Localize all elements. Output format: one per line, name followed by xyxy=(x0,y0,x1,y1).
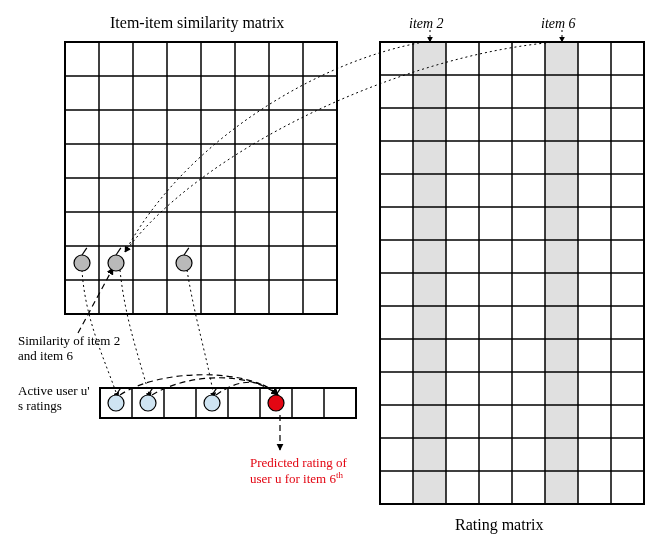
annotation-user-ratings-l2: s ratings xyxy=(18,398,62,413)
annotation-similarity-26-l1: Similarity of item 2 xyxy=(18,333,120,348)
svg-point-54 xyxy=(140,395,156,411)
user-rating-dot xyxy=(204,388,220,411)
user-ratings-row-grid xyxy=(100,388,356,418)
connector-sim26-annotation xyxy=(78,268,113,333)
connector-user0-to-predict xyxy=(120,375,278,395)
similarity-dot xyxy=(176,248,192,271)
similarity-matrix-title: Item-item similarity matrix xyxy=(110,14,284,32)
connector-user1-to-predict xyxy=(152,378,278,395)
similarity-matrix-grid xyxy=(65,42,337,314)
annotation-predicted-l1: Predicted rating of xyxy=(250,455,347,470)
svg-line-47 xyxy=(82,248,87,255)
col-label-item6: item 6 xyxy=(541,16,576,31)
user-rating-dot xyxy=(140,388,156,411)
svg-line-51 xyxy=(184,248,189,255)
svg-point-46 xyxy=(74,255,90,271)
connector-rm-col6-to-sim xyxy=(125,42,556,252)
annotation-user-ratings-l1: Active user u' xyxy=(18,383,90,398)
similarity-dot xyxy=(74,248,90,271)
svg-point-50 xyxy=(176,255,192,271)
svg-point-58 xyxy=(268,395,284,411)
predicted-rating-dot xyxy=(268,388,284,411)
connector-simdot1-to-user1 xyxy=(120,270,150,398)
col-label-item2: item 2 xyxy=(409,16,444,31)
svg-point-48 xyxy=(108,255,124,271)
rating-matrix-title: Rating matrix xyxy=(455,516,543,534)
annotation-similarity-26-l2: and item 6 xyxy=(18,348,73,363)
svg-point-56 xyxy=(204,395,220,411)
svg-point-52 xyxy=(108,395,124,411)
annotation-predicted-l2: user u for item 6th xyxy=(250,470,343,486)
similarity-dot xyxy=(108,248,124,271)
svg-line-49 xyxy=(116,248,121,255)
